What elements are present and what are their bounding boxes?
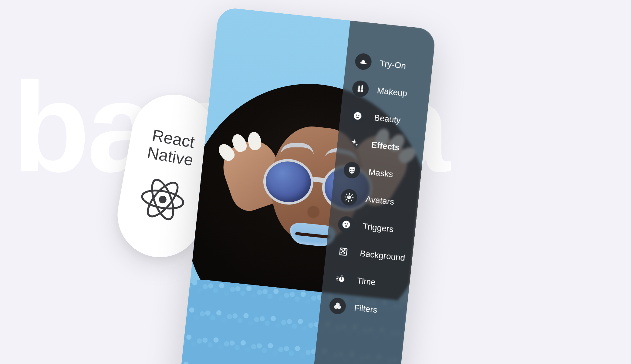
svg-line-34 xyxy=(337,277,339,277)
menu-label: Effects xyxy=(371,140,400,153)
svg-point-8 xyxy=(353,112,362,120)
menu-item-beauty[interactable]: Beauty xyxy=(339,104,428,133)
checker-icon xyxy=(334,243,352,261)
menu-item-filters[interactable]: Filters xyxy=(319,294,408,323)
svg-line-36 xyxy=(336,280,338,280)
menu-label: Background xyxy=(359,248,406,263)
menu-label: Triggers xyxy=(362,221,394,234)
menu-label: Try-On xyxy=(380,59,407,71)
menu-label: Masks xyxy=(368,167,393,179)
svg-rect-6 xyxy=(361,85,363,89)
menu-label: Makeup xyxy=(376,86,407,98)
svg-point-3 xyxy=(158,195,167,204)
svg-line-21 xyxy=(346,199,347,200)
overlap-circles-icon xyxy=(329,297,346,315)
menu-label: Time xyxy=(356,276,376,287)
svg-rect-5 xyxy=(358,89,360,92)
avatar-sun-icon xyxy=(340,188,358,206)
makeup-icon xyxy=(352,80,369,98)
menu-item-try-on[interactable]: Try-On xyxy=(345,49,433,79)
svg-line-18 xyxy=(346,194,347,195)
svg-point-13 xyxy=(347,195,351,200)
menu-item-triggers[interactable]: Triggers xyxy=(328,212,416,242)
svg-rect-29 xyxy=(341,249,342,250)
svg-rect-39 xyxy=(341,275,343,276)
menu-item-effects[interactable]: Effects xyxy=(336,131,425,160)
beauty-face-icon xyxy=(349,107,366,125)
react-native-label: React Native xyxy=(146,126,198,170)
svg-point-24 xyxy=(342,220,350,228)
svg-line-19 xyxy=(351,200,352,201)
sparkle-icon xyxy=(346,134,364,152)
stopwatch-icon xyxy=(332,270,349,288)
menu-item-makeup[interactable]: Makeup xyxy=(342,77,430,106)
menu-item-masks[interactable]: Masks xyxy=(334,158,422,187)
svg-rect-31 xyxy=(342,251,344,252)
svg-rect-7 xyxy=(360,89,363,92)
menu-label: Beauty xyxy=(374,113,401,125)
menu-item-background[interactable]: Background xyxy=(325,240,413,269)
svg-line-20 xyxy=(352,194,353,195)
svg-rect-30 xyxy=(344,249,345,251)
react-atom-icon xyxy=(136,173,189,226)
svg-rect-4 xyxy=(358,86,360,89)
svg-line-38 xyxy=(342,278,342,279)
menu-item-avatars[interactable]: Avatars xyxy=(331,185,419,215)
svg-rect-32 xyxy=(340,252,342,253)
phone-mockup: Try-On Makeup Beauty Effects Masks xyxy=(178,7,436,364)
menu-item-time[interactable]: Time xyxy=(322,267,410,296)
theater-mask-icon xyxy=(343,161,361,179)
hat-icon xyxy=(354,52,372,70)
svg-rect-33 xyxy=(343,252,345,254)
menu-label: Filters xyxy=(354,303,378,315)
surprised-face-icon xyxy=(337,215,355,233)
menu-label: Avatars xyxy=(365,194,395,207)
